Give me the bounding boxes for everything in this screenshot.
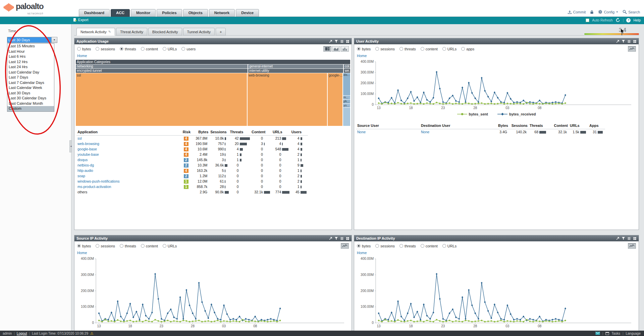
help-icon[interactable]: ? <box>626 18 631 22</box>
acc-tab-network-activity[interactable]: Network Activity✎ <box>76 28 115 36</box>
bar-chart-view-button[interactable] <box>341 46 349 52</box>
metric-radio-urls[interactable]: URLs <box>163 244 177 248</box>
commit-button[interactable]: Commit <box>568 10 586 14</box>
treemap-leaf-google[interactable]: google-... <box>328 73 342 126</box>
metric-radio-urls[interactable]: URLs <box>442 244 457 248</box>
line-chart-view-button[interactable] <box>341 243 349 249</box>
nav-tab-network[interactable]: Network <box>209 9 235 17</box>
metric-radio-content[interactable]: content <box>421 47 438 51</box>
help-label[interactable]: Help <box>633 18 641 22</box>
application-link-ms-product-activation[interactable]: ms-product-activation <box>77 185 111 189</box>
source-user-link[interactable]: None <box>357 130 366 134</box>
application-link-ssl[interactable]: ssl <box>77 136 82 140</box>
grid-view-icon[interactable] <box>633 237 637 240</box>
time-option-last-12-hrs[interactable]: Last 12 Hrs <box>7 59 54 65</box>
treemap-leaf-ph[interactable]: ph... <box>343 100 350 103</box>
time-option-last-calendar-month[interactable]: Last Calendar Month <box>7 101 54 106</box>
time-option-last-hour[interactable]: Last Hour <box>7 49 54 54</box>
refresh-button[interactable] <box>615 18 620 22</box>
metric-radio-bytes[interactable]: bytes <box>357 244 371 248</box>
time-dropdown-arrow[interactable]: ▼ <box>51 37 57 43</box>
time-option-last-7-days[interactable]: Last 7 Days <box>7 75 54 80</box>
treemap-leaf-m[interactable]: m... <box>343 96 350 99</box>
logout-link[interactable]: Logout <box>17 332 27 335</box>
time-option-custom[interactable]: Custom <box>7 106 54 111</box>
time-option-last-calendar-day[interactable]: Last Calendar Day <box>7 70 54 75</box>
metric-radio-bytes[interactable]: bytes <box>77 244 91 248</box>
destination-user-link[interactable]: None <box>421 130 429 134</box>
time-option-last-7-calendar-days[interactable]: Last 7 Calendar Days <box>7 80 54 86</box>
metric-radio-threats[interactable]: threats <box>120 47 136 51</box>
acc-tab-threat-activity[interactable]: Threat Activity <box>116 28 147 36</box>
filter-icon[interactable] <box>334 40 338 43</box>
nav-tab-policies[interactable]: Policies <box>157 9 182 17</box>
metric-radio-bytes[interactable]: bytes <box>357 47 371 51</box>
breadcrumb-home-link[interactable]: Home <box>357 251 367 255</box>
time-option-last-30-days[interactable]: Last 30 Days <box>7 91 54 96</box>
config-menu-button[interactable]: Config ▼ <box>598 10 618 14</box>
time-selected-value[interactable]: Last 30 Days <box>7 37 51 43</box>
maximize-icon[interactable] <box>329 40 332 43</box>
time-option-last-calendar-week[interactable]: Last Calendar Week <box>7 85 54 91</box>
treemap-leaf-ssl[interactable]: ssl <box>76 73 247 126</box>
treemap-category-general-internet[interactable]: general-internet <box>248 64 343 68</box>
metric-radio-sessions[interactable]: sessions <box>375 47 395 51</box>
filter-icon[interactable] <box>622 237 625 240</box>
application-link-google-base[interactable]: google-base <box>77 147 97 151</box>
acc-tab-blocked-activity[interactable]: Blocked Activity <box>148 28 182 36</box>
auto-refresh-checkbox[interactable] <box>586 18 589 22</box>
treemap-leaf-web-browsing[interactable]: web-browsing <box>248 73 327 126</box>
acc-tab-tunnel-activity[interactable]: Tunnel Activity <box>183 28 215 36</box>
time-option-last-6-hrs[interactable]: Last 6 Hrs <box>7 54 54 59</box>
nav-tab-dashboard[interactable]: Dashboard <box>79 9 110 17</box>
treemap-leaf-disqus[interactable]: dis... <box>343 73 350 95</box>
application-link-disqus[interactable]: disqus <box>77 158 88 162</box>
filter-icon[interactable] <box>622 40 625 43</box>
list-view-icon[interactable] <box>340 40 344 43</box>
area-chart-view-button[interactable] <box>332 46 340 52</box>
export-button[interactable]: Export <box>73 18 88 22</box>
application-link-youtube-base[interactable]: youtube-base <box>77 152 99 156</box>
application-link-web-browsing[interactable]: web-browsing <box>77 142 99 146</box>
time-range-select[interactable]: Last 30 Days ▼ <box>7 37 57 43</box>
metric-radio-threats[interactable]: threats <box>399 47 416 51</box>
nav-tab-objects[interactable]: Objects <box>183 9 208 17</box>
metric-radio-urls[interactable]: URLs <box>163 47 177 51</box>
time-option-last-24-hrs[interactable]: Last 24 Hrs <box>7 64 54 70</box>
tasks-button[interactable]: Tasks <box>611 332 620 335</box>
search-button[interactable]: Search <box>623 10 640 14</box>
nav-tab-device[interactable]: Device <box>236 9 259 17</box>
time-option-last-30-calendar-days[interactable]: Last 30 Calendar Days <box>7 96 54 101</box>
metric-radio-content[interactable]: content <box>141 47 158 51</box>
list-view-icon[interactable] <box>627 237 631 240</box>
application-link-windows-push-notifications[interactable]: windows-push-notifications <box>77 179 119 183</box>
treemap-subcategory-encrypted-tunnel[interactable]: encrypted-tunnel <box>76 69 248 73</box>
breadcrumb-home-link[interactable]: Home <box>77 54 87 58</box>
nav-tab-monitor[interactable]: Monitor <box>131 9 156 17</box>
treemap-category-collaboration[interactable]: col... <box>344 64 350 68</box>
line-chart-view-button[interactable] <box>628 243 636 249</box>
metric-radio-content[interactable]: content <box>141 244 158 248</box>
metric-radio-users[interactable]: users <box>181 47 196 51</box>
metric-radio-urls[interactable]: URLs <box>442 47 457 51</box>
breadcrumb-home-link[interactable]: Home <box>77 251 87 255</box>
metric-radio-sessions[interactable]: sessions <box>375 244 395 248</box>
list-view-icon[interactable] <box>627 40 631 43</box>
time-option-last-15-minutes[interactable]: Last 15 Minutes <box>7 44 54 49</box>
metric-radio-content[interactable]: content <box>421 244 438 248</box>
nav-tab-acc[interactable]: ACC <box>111 9 130 17</box>
language-button[interactable]: Language <box>626 332 641 335</box>
filter-icon[interactable] <box>334 237 338 240</box>
acc-tab-add[interactable]: + <box>216 28 226 36</box>
sidebar-collapse-handle[interactable]: ◄ <box>69 140 72 152</box>
maximize-icon[interactable] <box>616 237 620 240</box>
treemap-leaf-yo[interactable]: yo... <box>343 104 350 107</box>
metric-radio-threats[interactable]: threats <box>399 244 416 248</box>
grid-view-icon[interactable] <box>633 40 637 43</box>
edit-pencil-icon[interactable]: ✎ <box>108 28 111 36</box>
maximize-icon[interactable] <box>329 237 332 240</box>
notifications-icon[interactable] <box>595 332 600 335</box>
list-view-icon[interactable] <box>340 237 344 240</box>
line-chart-view-button[interactable] <box>628 46 636 52</box>
application-link-soap[interactable]: soap <box>77 174 85 178</box>
